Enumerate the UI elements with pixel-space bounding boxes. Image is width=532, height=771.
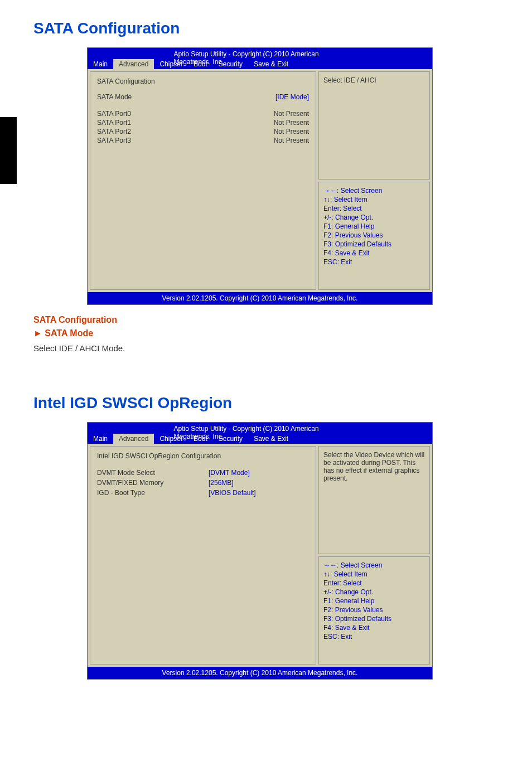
help-line: +/-: Change Opt. bbox=[323, 588, 425, 596]
port-value: Not Present bbox=[274, 119, 309, 127]
bios-row-dvmt-mem[interactable]: DVMT/FIXED Memory [256MB] bbox=[97, 479, 309, 487]
section1-sub: SATA Configuration ► SATA Mode Select ID… bbox=[33, 313, 499, 355]
help-line: Enter: Select bbox=[323, 205, 425, 212]
sub-heading: ► SATA Mode bbox=[33, 327, 499, 340]
sub-text: Select IDE / AHCI Mode. bbox=[33, 342, 499, 355]
bios-right-pane: Select the Video Device which will be ac… bbox=[318, 446, 430, 665]
bios-footer: Version 2.02.1205. Copyright (C) 2010 Am… bbox=[88, 667, 432, 679]
bios-help-keys: →←: Select Screen ↑↓: Select Item Enter:… bbox=[318, 556, 430, 665]
bios-help-keys: →←: Select Screen ↑↓: Select Item Enter:… bbox=[318, 182, 430, 290]
bios-tab-security[interactable]: Security bbox=[213, 59, 248, 69]
row-value: [IDE Mode] bbox=[275, 93, 309, 101]
bios-body: Intel IGD SWSCI OpRegion Configuration D… bbox=[88, 444, 432, 667]
help-line: +/-: Change Opt. bbox=[323, 214, 425, 221]
bios-tabs: Main Advanced Chipset Boot Security Save… bbox=[88, 434, 432, 444]
bios-window-igd: Aptio Setup Utility - Copyright (C) 2010… bbox=[87, 422, 433, 680]
bios-tab-chipset[interactable]: Chipset bbox=[154, 59, 188, 69]
help-line: F4: Save & Exit bbox=[323, 249, 425, 257]
help-line: F2: Previous Values bbox=[323, 231, 425, 239]
row-label: DVMT/FIXED Memory bbox=[97, 479, 209, 487]
help-line: Enter: Select bbox=[323, 579, 425, 587]
bios-port-row: SATA Port0 Not Present bbox=[97, 110, 309, 118]
port-label: SATA Port1 bbox=[97, 119, 131, 127]
row-label: IGD - Boot Type bbox=[97, 489, 209, 497]
help-line: F1: General Help bbox=[323, 597, 425, 605]
help-line: ↑↓: Select Item bbox=[323, 570, 425, 578]
help-line: ESC: Exit bbox=[323, 258, 425, 266]
port-label: SATA Port0 bbox=[97, 110, 131, 118]
help-line: F2: Previous Values bbox=[323, 606, 425, 614]
bios-left-heading: Intel IGD SWSCI OpRegion Configuration bbox=[97, 452, 309, 460]
bios-row-dvmt-mode[interactable]: DVMT Mode Select [DVMT Mode] bbox=[97, 469, 309, 477]
bios-tab-boot[interactable]: Boot bbox=[188, 59, 213, 69]
port-value: Not Present bbox=[274, 137, 309, 144]
bios-tab-advanced[interactable]: Advanced bbox=[113, 59, 154, 69]
bios-tab-main[interactable]: Main bbox=[88, 434, 113, 444]
bios-tab-main[interactable]: Main bbox=[88, 59, 113, 69]
help-line: →←: Select Screen bbox=[323, 187, 425, 195]
help-line: ESC: Exit bbox=[323, 633, 425, 641]
bios-tabs: Main Advanced Chipset Boot Security Save… bbox=[88, 59, 432, 69]
help-line: F4: Save & Exit bbox=[323, 624, 425, 632]
bios-port-row: SATA Port1 Not Present bbox=[97, 119, 309, 127]
help-line: →←: Select Screen bbox=[323, 561, 425, 569]
bios-row-igd-boot[interactable]: IGD - Boot Type [VBIOS Default] bbox=[97, 489, 309, 497]
page-content: SATA Configuration Aptio Setup Utility -… bbox=[0, 0, 532, 680]
bios-tab-advanced[interactable]: Advanced bbox=[113, 434, 154, 444]
bios-header: Aptio Setup Utility - Copyright (C) 2010… bbox=[88, 423, 432, 444]
bios-footer: Version 2.02.1205. Copyright (C) 2010 Am… bbox=[88, 292, 432, 304]
row-label: SATA Mode bbox=[97, 93, 132, 101]
row-value: [256MB] bbox=[209, 479, 234, 487]
chapter-tab bbox=[0, 117, 17, 184]
bios-help-top: Select the Video Device which will be ac… bbox=[318, 446, 430, 554]
bios-port-row: SATA Port3 Not Present bbox=[97, 137, 309, 144]
bios-help-top: Select IDE / AHCI bbox=[318, 71, 430, 180]
port-label: SATA Port3 bbox=[97, 137, 131, 144]
port-value: Not Present bbox=[274, 128, 309, 135]
bios-body: SATA Configuration SATA Mode [IDE Mode] … bbox=[88, 69, 432, 292]
bios-port-row: SATA Port2 Not Present bbox=[97, 128, 309, 135]
help-line: ↑↓: Select Item bbox=[323, 196, 425, 203]
bios-tab-chipset[interactable]: Chipset bbox=[154, 434, 188, 444]
help-line: F3: Optimized Defaults bbox=[323, 615, 425, 623]
bios-tab-security[interactable]: Security bbox=[213, 434, 248, 444]
bios-tab-boot[interactable]: Boot bbox=[188, 434, 213, 444]
row-value: [DVMT Mode] bbox=[209, 469, 250, 477]
bios-left-pane: Intel IGD SWSCI OpRegion Configuration D… bbox=[90, 446, 316, 665]
bios-header: Aptio Setup Utility - Copyright (C) 2010… bbox=[88, 48, 432, 69]
bios-tab-saveexit[interactable]: Save & Exit bbox=[248, 434, 294, 444]
section-title-igd: Intel IGD SWSCI OpRegion bbox=[33, 394, 499, 412]
bios-left-heading: SATA Configuration bbox=[97, 77, 309, 85]
bios-left-pane: SATA Configuration SATA Mode [IDE Mode] … bbox=[90, 71, 316, 290]
sub-heading: SATA Configuration bbox=[33, 313, 499, 327]
port-label: SATA Port2 bbox=[97, 128, 131, 135]
bios-tab-saveexit[interactable]: Save & Exit bbox=[248, 59, 294, 69]
row-value: [VBIOS Default] bbox=[209, 489, 256, 497]
bios-right-pane: Select IDE / AHCI →←: Select Screen ↑↓: … bbox=[318, 71, 430, 290]
help-line: F1: General Help bbox=[323, 222, 425, 230]
section-title-sata: SATA Configuration bbox=[33, 20, 499, 37]
bios-window-sata: Aptio Setup Utility - Copyright (C) 2010… bbox=[87, 47, 433, 305]
port-value: Not Present bbox=[274, 110, 309, 118]
row-label: DVMT Mode Select bbox=[97, 469, 209, 477]
bios-row-sata-mode[interactable]: SATA Mode [IDE Mode] bbox=[97, 93, 309, 101]
help-line: F3: Optimized Defaults bbox=[323, 240, 425, 248]
